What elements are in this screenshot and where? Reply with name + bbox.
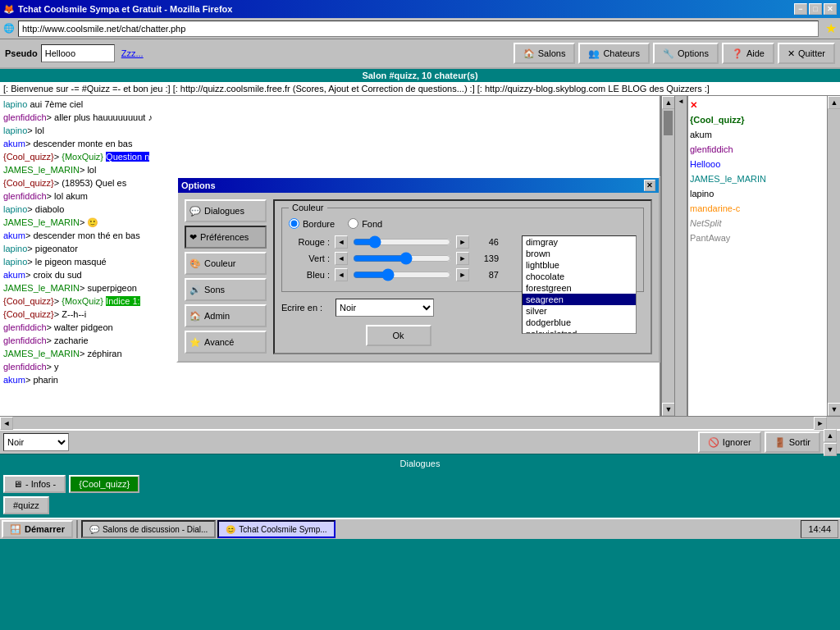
tab-quizz[interactable]: #quizz	[3, 496, 49, 514]
right-nav-buttons: ▲ ▼	[824, 429, 837, 456]
options-sidebar-btn-avance[interactable]: ⭐ Avancé	[185, 331, 267, 354]
tab-infos[interactable]: 🖥 - Infos -	[3, 475, 66, 493]
menubar: 🌐 ★	[0, 18, 840, 39]
rouge-slider[interactable]	[353, 235, 451, 249]
chat-username: JAMES_le_MARIN	[3, 165, 80, 175]
user-list-item[interactable]: ✕	[690, 98, 825, 112]
user-list-item[interactable]: {Cool_quizz}	[690, 112, 825, 127]
chat-username: {Cool_quizz}	[3, 309, 54, 319]
sortir-button[interactable]: 🚪 Sortir	[765, 431, 820, 453]
ecrire-select[interactable]: NoirBlancRouge	[336, 299, 434, 317]
user-list-item[interactable]: NetSplit	[690, 216, 825, 231]
chateurs-button[interactable]: 👥 Chateurs	[578, 43, 650, 64]
chat-message: lapino> lol	[3, 124, 656, 137]
users-list: ✕{Cool_quizz}akumglenfiddichHelloooJAMES…	[690, 98, 825, 245]
chat-username: akum	[3, 375, 25, 385]
toolbar: Pseudo Zzz... 🏠 Salons 👥 Chateurs 🔧 Opti…	[0, 39, 840, 69]
color-list-item[interactable]: forestgreen	[523, 282, 636, 294]
start-button[interactable]: 🪟 Démarrer	[2, 520, 73, 538]
chat-text: > zacharie	[47, 336, 89, 345]
color-list-item[interactable]: palevioletred	[523, 328, 636, 334]
vert-decrease[interactable]: ◄	[335, 252, 348, 265]
users-scroll-down[interactable]: ▼	[828, 403, 840, 416]
options-sidebar-btn-dialogues[interactable]: 💬 Dialogues	[185, 199, 267, 222]
color-list-item[interactable]: seagreen	[523, 294, 636, 305]
bordure-radio[interactable]	[289, 218, 299, 229]
bordure-radio-label[interactable]: Bordure	[289, 218, 335, 229]
vert-slider[interactable]	[353, 252, 451, 265]
vert-increase[interactable]: ►	[456, 252, 469, 265]
expand-icon[interactable]: ◄	[678, 98, 684, 105]
scroll-thumb[interactable]	[664, 111, 673, 135]
chat-message: akum> pharin	[3, 373, 656, 386]
rouge-decrease[interactable]: ◄	[335, 235, 348, 249]
taskbar-item-tchat[interactable]: 😊 Tchat Coolsmile Symp...	[217, 520, 335, 538]
pseudo-input[interactable]	[41, 44, 115, 62]
salons-icon: 🏠	[523, 48, 535, 59]
color-list[interactable]: dimgraybrownlightbluechocolateforestgree…	[522, 235, 637, 334]
user-list-item[interactable]: PantAway	[690, 231, 825, 245]
users-scrollbar[interactable]: ▲ ▼	[827, 96, 840, 416]
aide-button[interactable]: ❓ Aide	[722, 43, 774, 64]
taskbar-item-dialogues[interactable]: 💬 Salons de discussion - Dial...	[81, 520, 216, 538]
user-list-item[interactable]: glenfiddich	[690, 142, 825, 157]
nav-up-button[interactable]: ▲	[824, 429, 837, 442]
chat-message: lapino aui 7ème ciel	[3, 98, 656, 111]
scroll-up-button[interactable]: ▲	[662, 96, 675, 109]
text-color-select[interactable]: NoirBlancRougeBleuVert	[3, 433, 69, 451]
options-close-button[interactable]: ✕	[644, 180, 655, 191]
nav-down-button[interactable]: ▼	[824, 443, 837, 456]
color-list-item[interactable]: silver	[523, 305, 636, 317]
minimize-button[interactable]: −	[794, 3, 807, 15]
chat-scrollbar[interactable]: ▲ ▼	[661, 96, 674, 416]
color-list-item[interactable]: chocolate	[523, 271, 636, 282]
chat-username: akum	[3, 270, 25, 280]
chat-text: > {MoxQuiz} Indice 1:	[54, 296, 140, 306]
options-sidebar-btn-preferences[interactable]: ❤ Préférences	[185, 226, 267, 249]
options-button[interactable]: 🔧 Options	[653, 43, 719, 64]
browser-icon: 🌐	[3, 23, 15, 34]
scroll-down-button[interactable]: ▼	[662, 403, 675, 416]
user-list-item[interactable]: JAMES_le_MARIN	[690, 171, 825, 186]
users-scroll-up[interactable]: ▲	[828, 96, 840, 109]
options-sidebar-btn-sons[interactable]: 🔊 Sons	[185, 278, 267, 301]
bleu-slider[interactable]	[353, 268, 451, 281]
user-list-item[interactable]: akum	[690, 127, 825, 142]
chat-message: glenfiddich> aller plus hauuuuuuuut ♪	[3, 111, 656, 124]
options-sidebar-btn-admin[interactable]: 🏠 Admin	[185, 304, 267, 327]
chat-message: JAMES_le_MARIN> lol	[3, 163, 656, 176]
salons-button[interactable]: 🏠 Salons	[514, 43, 576, 64]
color-list-item[interactable]: lightblue	[523, 259, 636, 271]
bleu-increase[interactable]: ►	[456, 268, 469, 281]
zzz-link[interactable]: Zzz...	[121, 48, 144, 58]
options-content: Couleur Bordure Fond dimgraybrownlightbl…	[273, 199, 652, 354]
url-input[interactable]	[18, 21, 819, 37]
close-window-button[interactable]: ✕	[824, 3, 837, 15]
fond-radio-label[interactable]: Fond	[348, 218, 382, 229]
users-panel[interactable]: ✕{Cool_quizz}akumglenfiddichHelloooJAMES…	[687, 96, 827, 416]
color-list-item[interactable]: brown	[523, 248, 636, 259]
dialogues-icon: 💬	[189, 206, 201, 217]
chat-message: {Cool_quizz}> {MoxQuiz} Question n	[3, 150, 656, 163]
ok-button[interactable]: Ok	[366, 325, 431, 346]
ignorer-icon: 🚫	[708, 437, 719, 448]
users-scroll-track	[828, 109, 840, 403]
fond-radio[interactable]	[348, 218, 358, 229]
color-list-item[interactable]: dodgerblue	[523, 317, 636, 328]
color-list-item[interactable]: dimgray	[523, 236, 636, 248]
scroll-right-button[interactable]: ►	[814, 417, 827, 430]
tab-coolquizz[interactable]: {Cool_quizz}	[69, 475, 139, 493]
user-list-item[interactable]: lapino	[690, 186, 825, 201]
options-sidebar-btn-couleur[interactable]: 🎨 Couleur	[185, 252, 267, 275]
maximize-button[interactable]: □	[809, 3, 822, 15]
scroll-left-button[interactable]: ◄	[0, 417, 13, 430]
rouge-increase[interactable]: ►	[456, 235, 469, 249]
user-list-item[interactable]: Hellooo	[690, 157, 825, 171]
chat-username: lapino	[3, 257, 27, 267]
bleu-decrease[interactable]: ◄	[335, 268, 348, 281]
border-fond-row: Bordure Fond	[289, 218, 637, 229]
quitter-button[interactable]: ✕ Quitter	[778, 43, 835, 64]
favorites-icon[interactable]: ★	[825, 21, 837, 36]
ignorer-button[interactable]: 🚫 Ignorer	[698, 431, 761, 453]
user-list-item[interactable]: mandarine-c	[690, 201, 825, 216]
